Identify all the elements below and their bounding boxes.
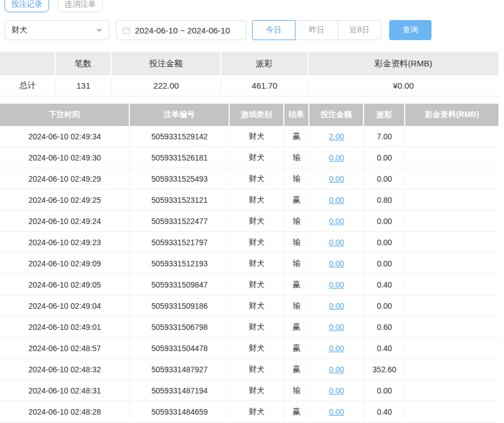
order-number-cell: 5059331504478 [130,338,230,358]
header-payout: 派彩 [364,104,404,126]
last-8-days-button[interactable]: 近8日 [338,20,381,40]
result-cell: 赢 [284,274,309,295]
bet-amount-link[interactable]: 2.00 [329,132,344,141]
bet-time-cell: 2024-06-10 02:49:01 [0,317,130,337]
summary-table: 笔数 投注金额 派彩 彩金资料(RMB) 总计 131 222.00 461.7… [0,52,498,96]
result-cell: 赢 [284,126,309,147]
bet-amount-cell: 0.00 [309,253,364,274]
result-cell: 赢 [284,317,309,337]
result-cell: 输 [284,253,309,274]
bet-amount-link[interactable]: 0.00 [329,407,344,416]
order-number-cell: 5059331526181 [130,147,230,168]
bet-amount-cell: 0.00 [309,401,364,422]
bonus-cell [405,232,498,252]
result-cell: 输 [284,168,309,189]
bonus-cell [405,338,498,358]
bet-time-cell: 2024-06-10 02:49:04 [0,295,130,316]
summary-total-bonus: ¥0.00 [308,75,498,96]
game-type-cell: 财犬 [230,189,284,210]
today-button[interactable]: 今日 [252,20,295,40]
bet-amount-link[interactable]: 0.00 [329,196,344,205]
order-number-cell: 5059331521797 [130,232,230,252]
date-range-input[interactable]: 2024-06-10 ~ 2024-06-10 [116,20,246,40]
bet-amount-link[interactable]: 0.00 [329,386,344,395]
calendar-icon [122,26,130,35]
summary-total-label: 总计 [0,75,56,96]
order-number-cell: 5059331529142 [130,126,230,147]
bet-time-cell: 2024-06-10 02:48:31 [0,380,130,401]
bet-amount-cell: 0.00 [309,274,364,295]
bet-amount-cell: 0.00 [309,338,364,358]
table-row: 2024-06-10 02:48:285059331484659财犬赢0.000… [0,401,498,422]
game-type-cell: 财犬 [230,274,284,295]
game-type-cell: 财犬 [230,211,284,231]
payout-cell: 0.40 [364,338,405,358]
game-type-cell: 财犬 [230,147,284,168]
bet-time-cell: 2024-06-10 02:49:09 [0,253,130,274]
summary-header-row: 笔数 投注金额 派彩 彩金资料(RMB) [0,52,498,75]
header-order-number: 注单编号 [130,104,229,126]
result-cell: 赢 [284,338,309,358]
header-bet-time: 下注时间 [0,104,129,126]
table-row: 2024-06-10 02:49:095059331512193财犬输0.000… [0,253,498,274]
game-select[interactable]: 财犬 [4,20,109,40]
chevron-down-icon [96,29,102,32]
bet-amount-link[interactable]: 0.00 [329,280,344,289]
result-cell: 输 [284,232,309,252]
table-row: 2024-06-10 02:49:295059331525493财犬输0.000… [0,168,498,189]
game-type-cell: 财犬 [230,401,284,422]
bet-amount-link[interactable]: 0.00 [329,259,344,268]
tab-bet-records[interactable]: 投注记录 [4,0,49,12]
game-type-cell: 财犬 [230,126,284,147]
bonus-cell [405,295,498,316]
table-row: 2024-06-10 02:49:055059331509847财犬赢0.000… [0,274,498,295]
bet-amount-link[interactable]: 0.00 [329,365,344,374]
payout-cell: 0.00 [364,168,405,189]
tab-cancelled-orders[interactable]: 连消注单 [58,0,103,12]
bonus-cell [405,126,498,147]
bet-amount-link[interactable]: 0.00 [329,217,344,226]
game-type-cell: 财犬 [230,232,284,252]
game-type-cell: 财犬 [230,380,284,401]
order-number-cell: 5059331512193 [130,253,230,274]
order-number-cell: 5059331484659 [130,401,230,422]
game-type-cell: 财犬 [230,168,284,189]
bet-amount-cell: 0.00 [309,359,364,380]
payout-cell: 0.40 [364,274,405,295]
bet-amount-cell: 0.00 [309,317,364,337]
bet-amount-cell: 0.00 [309,232,364,252]
table-row: 2024-06-10 02:49:015059331506798财犬赢0.000… [0,317,498,338]
bet-amount-link[interactable]: 0.00 [329,323,344,332]
result-cell: 输 [284,295,309,316]
bonus-cell [405,189,498,210]
header-game-type: 游戏类别 [230,104,283,126]
header-result: 结果 [284,104,308,126]
bet-time-cell: 2024-06-10 02:49:24 [0,211,130,231]
date-range-value: 2024-06-10 ~ 2024-06-10 [135,26,230,35]
order-number-cell: 5059331525493 [130,168,230,189]
bet-amount-link[interactable]: 0.00 [329,238,344,247]
bet-amount-link[interactable]: 0.00 [329,302,344,310]
header-bet-amount: 投注金额 [309,104,363,126]
summary-total-bet-amount: 222.00 [112,75,221,96]
bonus-cell [405,401,498,422]
summary-total-row: 总计 131 222.00 461.70 ¥0.00 [0,75,498,96]
bet-time-cell: 2024-06-10 02:49:25 [0,189,130,210]
game-type-cell: 财犬 [230,359,284,380]
bet-amount-link[interactable]: 0.00 [329,174,344,183]
summary-header-bet-amount: 投注金额 [112,52,220,75]
bonus-cell [405,253,498,274]
result-cell: 赢 [284,359,309,380]
table-row: 2024-06-10 02:48:315059331487194财犬输0.000… [0,380,498,401]
payout-cell: 0.00 [364,147,405,168]
bet-amount-link[interactable]: 0.00 [329,344,344,353]
order-number-cell: 5059331522477 [130,211,230,231]
yesterday-button[interactable]: 昨日 [295,20,338,40]
table-row: 2024-06-10 02:49:045059331509186财犬输0.000… [0,295,498,317]
bet-time-cell: 2024-06-10 02:49:34 [0,126,130,147]
result-cell: 输 [284,147,309,168]
bonus-cell [405,147,498,168]
bet-amount-link[interactable]: 0.00 [329,153,344,162]
payout-cell: 0.00 [364,295,405,316]
query-button[interactable]: 查询 [389,20,432,40]
